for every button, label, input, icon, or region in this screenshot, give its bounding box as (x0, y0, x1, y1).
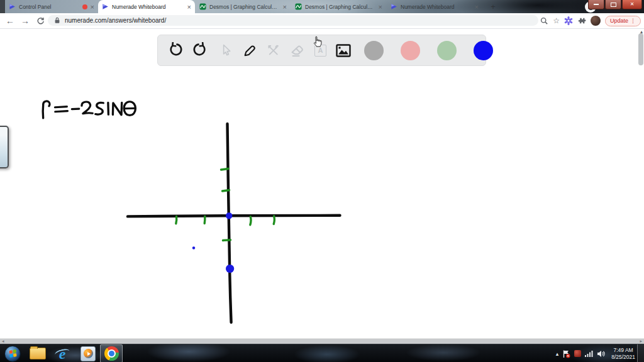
folder-icon (30, 348, 46, 359)
new-tab-button[interactable]: + (488, 2, 498, 12)
maximize-button[interactable] (605, 0, 621, 9)
tab-numerade-whiteboard-active[interactable]: Numerade Whiteboard × (98, 0, 195, 13)
tab-control-panel[interactable]: Control Panel × (5, 0, 98, 13)
close-button[interactable]: ✕ (622, 0, 642, 9)
media-player-icon (80, 346, 96, 361)
tab-title: Desmos | Graphing Calculator (305, 4, 375, 10)
tab-title: Numerade Whiteboard (401, 4, 472, 10)
window-controls: ✕ (588, 0, 642, 9)
green-tick-marks (176, 169, 275, 241)
tab-numerade-whiteboard-2[interactable]: Numerade Whiteboard × (387, 0, 482, 13)
numerade-icon (102, 3, 109, 10)
reload-button[interactable] (33, 16, 48, 26)
profile-avatar[interactable] (591, 16, 601, 26)
update-label: Update (610, 18, 628, 24)
tab-close-icon[interactable]: × (379, 4, 382, 10)
reload-icon (36, 16, 45, 25)
taskbar-media-player-button[interactable] (79, 344, 97, 362)
tab-close-icon[interactable]: × (475, 4, 479, 10)
chrome-icon (104, 346, 119, 361)
whiteboard-canvas[interactable]: A (0, 29, 644, 338)
url-text: numerade.com/answers/whiteboard/ (65, 17, 166, 24)
tab-close-icon[interactable]: × (187, 4, 191, 10)
tab-close-icon[interactable]: × (91, 4, 94, 10)
back-button[interactable]: ← (3, 16, 18, 25)
extension-flower-icon[interactable] (564, 16, 573, 25)
update-button[interactable]: Update ⋮ (605, 16, 641, 26)
axes-drawing (0, 29, 644, 338)
bookmark-star-icon[interactable]: ☆ (553, 17, 560, 25)
more-menu-icon: ⋮ (630, 18, 636, 24)
scroll-right-arrow-icon[interactable]: ▸ (640, 339, 642, 344)
tab-desmos-2[interactable]: Desmos | Graphing Calculator × (291, 0, 386, 13)
tab-desmos-1[interactable]: Desmos | Graphing Calculator × (196, 0, 291, 13)
numerade-icon (391, 3, 397, 10)
system-tray: ▴ 7:49 AM 8/25/2021 (556, 344, 635, 362)
numerade-icon (9, 3, 16, 10)
toolbar-right-actions: ☆ Update ⋮ (540, 13, 644, 28)
taskbar-clock[interactable]: 7:49 AM 8/25/2021 (611, 347, 635, 360)
forward-button[interactable]: → (18, 16, 33, 25)
horizontal-scrollbar[interactable]: ◂ ▸ (0, 338, 644, 344)
vertical-axis (228, 124, 231, 322)
browser-toolbar: ← → numerade.com/answers/whiteboard/ ☆ U… (0, 13, 644, 29)
minimize-button[interactable] (588, 0, 604, 9)
tab-close-icon[interactable]: × (283, 4, 287, 10)
desktop-screen: Control Panel × Numerade Whiteboard × De… (0, 0, 644, 362)
browser-tab-strip: Control Panel × Numerade Whiteboard × De… (0, 0, 644, 13)
windows-taskbar: e ▴ 7:49 AM (0, 344, 644, 362)
tab-title: Control Panel (19, 4, 79, 10)
tab-recording-dot-icon (82, 4, 87, 9)
network-signal-icon[interactable] (585, 350, 593, 357)
mouse-hand-cursor (313, 36, 322, 48)
tab-title: Desmos | Graphing Calculator (209, 4, 280, 10)
show-hidden-icons-button[interactable]: ▴ (556, 351, 559, 357)
taskbar-internet-explorer-button[interactable]: e (53, 344, 71, 362)
address-bar[interactable]: numerade.com/answers/whiteboard/ (48, 15, 538, 26)
clock-time: 7:49 AM (611, 347, 635, 354)
desmos-icon (199, 3, 206, 10)
puzzle-icon[interactable] (577, 16, 586, 25)
security-alert-icon[interactable] (574, 350, 581, 357)
vertical-scrollbar-thumb[interactable] (638, 33, 643, 65)
lock-icon (54, 17, 60, 24)
horizontal-axis (128, 216, 340, 217)
scroll-left-arrow-icon[interactable]: ◂ (2, 339, 4, 344)
windows-logo-icon (4, 346, 21, 362)
show-desktop-button[interactable] (637, 344, 644, 362)
volume-icon[interactable] (597, 350, 605, 358)
zoom-icon[interactable] (540, 17, 548, 25)
clock-date: 8/25/2021 (611, 354, 635, 361)
start-button[interactable] (4, 344, 21, 362)
taskbar-explorer-button[interactable] (29, 344, 47, 362)
action-center-flag-icon[interactable] (562, 349, 570, 358)
tab-title: Numerade Whiteboard (112, 4, 184, 10)
taskbar-chrome-button-active[interactable] (100, 344, 123, 362)
desmos-icon (295, 3, 302, 10)
